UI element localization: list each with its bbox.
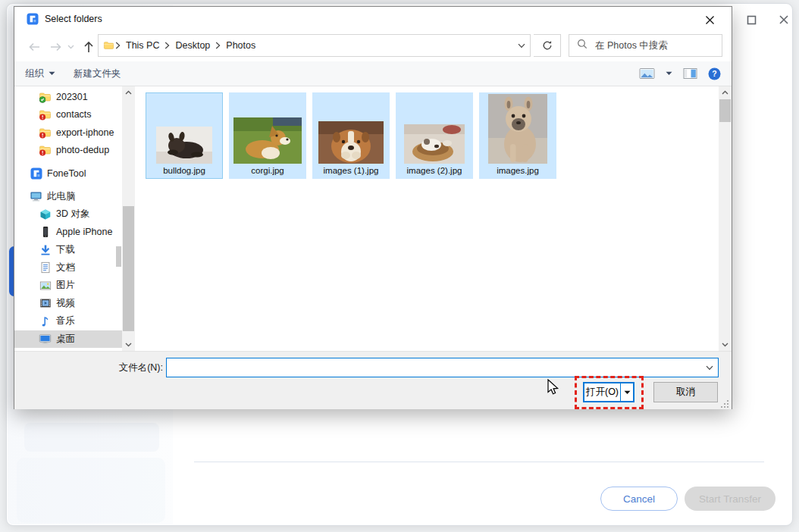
sidebar-item-export-iphone[interactable]: export-iphone bbox=[14, 124, 122, 142]
breadcrumb-chevron-icon[interactable] bbox=[114, 42, 121, 49]
music-icon bbox=[39, 315, 52, 327]
help-icon[interactable]: ? bbox=[708, 67, 721, 80]
file-tile[interactable]: corgi.jpg bbox=[229, 92, 306, 179]
navigation-bar: This PCDesktopPhotos bbox=[14, 33, 732, 61]
dialog-cancel-button[interactable]: 取消 bbox=[653, 382, 718, 402]
filename-input[interactable] bbox=[167, 358, 701, 377]
new-folder-button[interactable]: 新建文件夹 bbox=[64, 61, 130, 86]
sidebar-scrollbar[interactable] bbox=[122, 86, 135, 351]
sidebar-item-this-pc[interactable]: 此电脑 bbox=[14, 188, 122, 206]
file-name: images (1).jpg bbox=[324, 166, 379, 178]
sidebar-item-label: FoneTool bbox=[47, 168, 86, 179]
frenchie-sitting-photo bbox=[488, 93, 547, 166]
3d-objects-icon bbox=[39, 208, 52, 221]
breadcrumb-chevron-icon[interactable] bbox=[215, 42, 221, 49]
dialog-title: Select folders bbox=[45, 14, 102, 24]
pane-splitter-handle[interactable] bbox=[116, 246, 121, 267]
cancel-transfer-button[interactable]: Cancel bbox=[600, 487, 678, 511]
scroll-up-icon[interactable] bbox=[122, 86, 135, 99]
file-tile[interactable]: bulldog.jpg bbox=[146, 92, 223, 179]
scroll-up-icon[interactable] bbox=[719, 86, 732, 99]
breadcrumb-segment[interactable]: This PC bbox=[121, 40, 164, 51]
start-transfer-button[interactable]: Start Transfer bbox=[685, 487, 776, 511]
window-resize-grip[interactable] bbox=[720, 398, 729, 407]
dialog-close-icon[interactable] bbox=[698, 10, 721, 30]
sidebar-item-desktop[interactable]: 桌面 bbox=[14, 330, 122, 349]
open-split-chevron-icon[interactable] bbox=[620, 383, 633, 401]
sidebar-item-videos[interactable]: 视频 bbox=[14, 295, 122, 313]
sidebar-item-contacts[interactable]: contacts bbox=[14, 106, 122, 124]
address-bar[interactable]: This PCDesktopPhotos bbox=[98, 34, 531, 57]
recent-locations-chevron-icon[interactable] bbox=[64, 37, 77, 57]
sidebar-item-photo-dedup[interactable]: photo-dedup bbox=[14, 142, 122, 160]
file-tile[interactable]: images.jpg bbox=[479, 92, 556, 179]
preview-pane-icon[interactable] bbox=[683, 67, 697, 80]
sidebar-item-202301[interactable]: 202301 bbox=[14, 88, 122, 106]
sidebar-item-label: 202301 bbox=[56, 92, 88, 102]
sidebar-item-label: 音乐 bbox=[56, 315, 75, 327]
scroll-down-icon[interactable] bbox=[122, 339, 135, 351]
sidebar-item-label: 下载 bbox=[56, 243, 75, 256]
refresh-icon[interactable] bbox=[534, 34, 561, 57]
desktop-icon bbox=[39, 333, 52, 346]
sidebar-item-music[interactable]: 音乐 bbox=[14, 312, 122, 330]
search-input[interactable] bbox=[595, 40, 714, 51]
bulldog-face-photo bbox=[318, 93, 384, 166]
dark-bulldog-photo bbox=[156, 93, 212, 166]
folder-error-icon bbox=[39, 108, 52, 121]
sidebar-item-apple-iphone[interactable]: Apple iPhone bbox=[14, 224, 122, 242]
address-dropdown-chevron-icon[interactable] bbox=[518, 40, 525, 51]
scrollbar-thumb[interactable] bbox=[719, 99, 731, 122]
folder-icon bbox=[103, 40, 114, 51]
navigation-pane: 202301contactsexport-iphonephoto-dedupFo… bbox=[14, 86, 122, 351]
file-tile[interactable]: images (2).jpg bbox=[396, 92, 473, 179]
file-name: images.jpg bbox=[497, 166, 539, 178]
folder-synced-icon bbox=[39, 90, 52, 103]
sidebar-item-3d-objects[interactable]: 3D 对象 bbox=[14, 205, 122, 224]
open-button-label: 打开(O) bbox=[584, 383, 620, 401]
sidebar-item-label: 桌面 bbox=[56, 333, 75, 346]
sidebar-item-label: 图片 bbox=[56, 279, 75, 292]
filename-label: 文件名(N): bbox=[14, 358, 163, 377]
forward-icon[interactable] bbox=[46, 37, 64, 57]
files-scrollbar[interactable] bbox=[719, 86, 732, 351]
sidebar-item-label: Apple iPhone bbox=[56, 227, 112, 237]
folder-error-icon bbox=[39, 126, 52, 139]
breadcrumb-chevron-icon[interactable] bbox=[164, 42, 171, 49]
scrollbar-thumb[interactable] bbox=[123, 206, 134, 331]
app-close-button[interactable] bbox=[774, 11, 794, 29]
dialog-footer: 文件名(N): 打开(O) 取消 bbox=[14, 351, 732, 409]
sidebar-item-downloads[interactable]: 下载 bbox=[14, 241, 122, 259]
sidebar-item-pictures[interactable]: 图片 bbox=[14, 277, 122, 295]
thumbnail-view-icon[interactable] bbox=[639, 67, 655, 80]
svg-text:?: ? bbox=[712, 69, 716, 78]
search-box[interactable] bbox=[569, 34, 722, 57]
filename-combobox[interactable] bbox=[166, 358, 719, 377]
up-icon[interactable] bbox=[80, 37, 98, 57]
breadcrumb-segment[interactable]: Desktop bbox=[171, 40, 215, 51]
downloads-icon bbox=[39, 243, 52, 256]
organize-button[interactable]: 组织 bbox=[14, 61, 64, 86]
maximize-button[interactable] bbox=[741, 11, 761, 29]
pictures-icon bbox=[39, 279, 52, 292]
this-pc-icon bbox=[30, 190, 42, 203]
back-icon[interactable] bbox=[25, 37, 43, 57]
file-tile[interactable]: images (1).jpg bbox=[312, 92, 390, 179]
content-divider bbox=[194, 462, 764, 462]
sidebar-item-documents[interactable]: 文档 bbox=[14, 259, 122, 277]
sidebar-item-label: 3D 对象 bbox=[56, 208, 89, 221]
dialog-body: 202301contactsexport-iphonephoto-dedupFo… bbox=[14, 86, 732, 351]
folder-error-icon bbox=[39, 144, 52, 157]
breadcrumb-segment[interactable]: Photos bbox=[221, 40, 260, 51]
sidebar-item-fonetool[interactable]: FoneTool bbox=[14, 164, 122, 183]
app-faded-list-item bbox=[24, 423, 159, 452]
filename-dropdown-chevron-icon[interactable] bbox=[701, 365, 718, 371]
sidebar-item-label: 此电脑 bbox=[47, 190, 76, 203]
view-options-chevron-icon[interactable] bbox=[666, 71, 672, 76]
open-button[interactable]: 打开(O) bbox=[583, 382, 634, 402]
fonetool-icon bbox=[30, 167, 42, 180]
scroll-down-icon[interactable] bbox=[719, 339, 732, 351]
file-list: bulldog.jpgcorgi.jpgimages (1).jpgimages… bbox=[136, 86, 719, 351]
search-icon bbox=[577, 39, 588, 52]
sidebar-item-label: 视频 bbox=[56, 297, 75, 310]
